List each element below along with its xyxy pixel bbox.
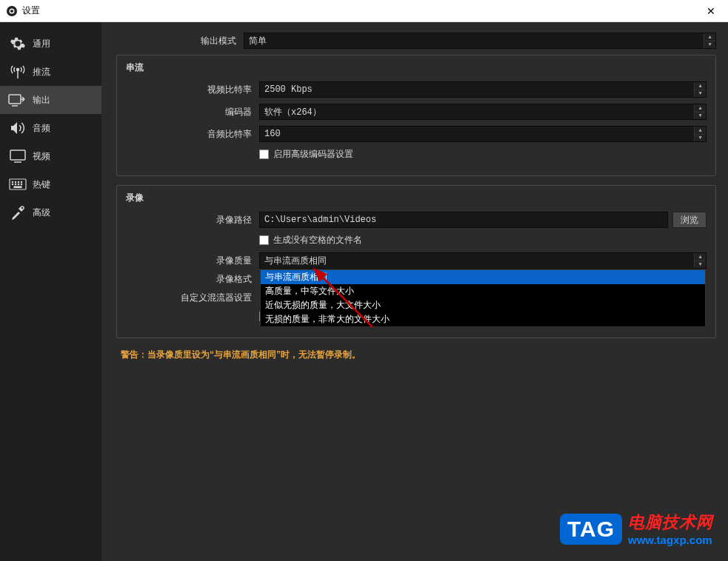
sidebar-item-label: 音频 xyxy=(33,122,50,135)
sidebar-item-label: 推流 xyxy=(33,66,50,78)
video-bitrate-label: 视频比特率 xyxy=(126,84,259,96)
record-quality-select[interactable]: 与串流画质相同 ▲▼ 与串流画质相同 高质量，中等文件大小 近似无损的质量，大文… xyxy=(259,252,707,269)
record-format-label: 录像格式 xyxy=(126,273,259,286)
svg-point-15 xyxy=(15,184,16,184)
sidebar-item-audio[interactable]: 音频 xyxy=(0,114,101,142)
stream-group: 串流 视频比特率 2500 Kbps▲▼ 编码器 软件（x264）▲▼ 音频比特… xyxy=(116,55,716,176)
sidebar-item-stream[interactable]: 推流 xyxy=(0,58,101,86)
advanced-encoder-label: 启用高级编码器设置 xyxy=(273,148,353,161)
svg-point-16 xyxy=(18,184,19,184)
svg-point-19 xyxy=(21,206,24,209)
output-icon xyxy=(7,92,28,108)
svg-point-12 xyxy=(18,181,19,182)
sidebar-item-label: 通用 xyxy=(33,38,50,50)
dropdown-option-3[interactable]: 无损的质量，非常大的文件大小 xyxy=(261,312,705,326)
record-group: 录像 录像路径 C:\Users\admin\Videos 浏览 生成没有空格的… xyxy=(116,185,716,338)
svg-point-10 xyxy=(12,181,13,182)
video-bitrate-input[interactable]: 2500 Kbps▲▼ xyxy=(259,81,707,98)
window-title: 设置 xyxy=(22,4,700,17)
record-path-label: 录像路径 xyxy=(126,214,259,226)
record-path-input[interactable]: C:\Users\admin\Videos xyxy=(259,212,668,228)
sidebar-item-label: 高级 xyxy=(33,206,50,219)
content-area: 输出模式 简单 ▲▼ 串流 视频比特率 2500 Kbps▲▼ 编码器 软件（x… xyxy=(101,22,728,561)
record-quality-label: 录像质量 xyxy=(126,255,259,267)
spin-control[interactable]: ▲▼ xyxy=(704,33,715,48)
close-button[interactable]: ✕ xyxy=(700,5,722,17)
sidebar-item-output[interactable]: 输出 xyxy=(0,86,101,114)
sidebar-item-label: 热键 xyxy=(33,178,50,191)
output-mode-select[interactable]: 简单 ▲▼ xyxy=(244,33,716,49)
watermark-url: www.tagxp.com xyxy=(628,534,713,546)
svg-point-11 xyxy=(15,181,16,182)
svg-point-14 xyxy=(12,184,13,184)
no-space-checkbox[interactable] xyxy=(259,235,269,245)
sidebar-item-label: 视频 xyxy=(33,150,50,163)
svg-rect-5 xyxy=(9,95,21,104)
stream-group-title: 串流 xyxy=(126,61,707,74)
output-mode-value: 简单 xyxy=(249,35,267,47)
keyboard-icon xyxy=(7,176,28,192)
svg-rect-7 xyxy=(10,150,25,160)
audio-bitrate-select[interactable]: 160▲▼ xyxy=(259,126,707,142)
monitor-icon xyxy=(7,148,28,164)
svg-point-17 xyxy=(21,184,21,184)
svg-point-2 xyxy=(10,10,13,13)
svg-point-13 xyxy=(21,181,21,182)
sidebar-item-video[interactable]: 视频 xyxy=(0,142,101,170)
warning-text: 警告：当录像质里设为“与串流画质相同”时，无法暂停录制。 xyxy=(121,349,716,361)
custom-mux-label: 自定义混流器设置 xyxy=(126,292,259,304)
tools-icon xyxy=(7,204,28,221)
dropdown-option-2[interactable]: 近似无损的质量，大文件大小 xyxy=(261,298,705,312)
dropdown-option-1[interactable]: 高质量，中等文件大小 xyxy=(261,284,705,298)
encoder-label: 编码器 xyxy=(126,106,259,118)
dropdown-option-0[interactable]: 与串流画质相同 xyxy=(261,270,705,284)
watermark-cn: 电脑技术网 xyxy=(628,511,713,534)
sidebar-item-advanced[interactable]: 高级 xyxy=(0,198,101,226)
watermark-badge: TAG xyxy=(560,514,622,545)
no-space-label: 生成没有空格的文件名 xyxy=(273,234,362,246)
record-group-title: 录像 xyxy=(126,192,707,204)
sidebar: 通用 推流 输出 音频 视频 热键 高级 xyxy=(0,22,101,561)
app-icon xyxy=(6,5,18,17)
record-quality-dropdown: 与串流画质相同 高质量，中等文件大小 近似无损的质量，大文件大小 无损的质量，非… xyxy=(260,269,706,327)
sidebar-item-general[interactable]: 通用 xyxy=(0,30,101,58)
browse-button[interactable]: 浏览 xyxy=(672,212,707,228)
sidebar-item-label: 输出 xyxy=(33,94,50,107)
titlebar: 设置 ✕ xyxy=(0,0,728,22)
advanced-encoder-checkbox[interactable] xyxy=(259,150,269,159)
antenna-icon xyxy=(7,64,28,80)
svg-rect-18 xyxy=(14,187,21,188)
encoder-select[interactable]: 软件（x264）▲▼ xyxy=(259,104,707,120)
gear-icon xyxy=(7,36,28,52)
sidebar-item-hotkeys[interactable]: 热键 xyxy=(0,170,101,198)
watermark: TAG 电脑技术网 www.tagxp.com xyxy=(560,511,713,546)
audio-bitrate-label: 音频比特率 xyxy=(126,128,259,141)
output-mode-label: 输出模式 xyxy=(110,35,244,47)
speaker-icon xyxy=(7,120,28,136)
